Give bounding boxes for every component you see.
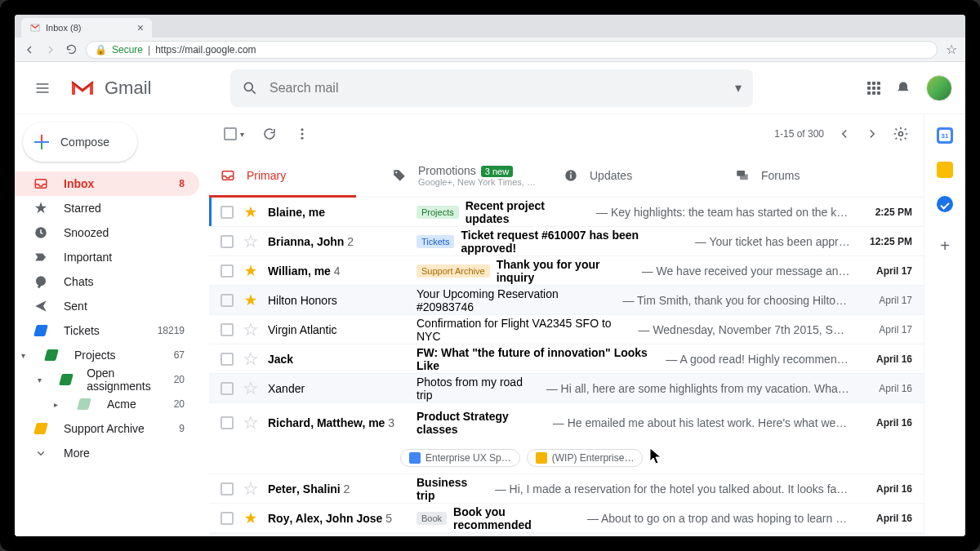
sidebar-item-open-assignments[interactable]: ▾Open assignments20 [15,367,199,392]
browser-tab[interactable]: Inbox (8) × [21,18,152,38]
mail-row[interactable]: Virgin Atlantic Confirmation for Flight … [209,315,924,344]
add-addon-icon[interactable]: + [940,237,950,256]
forum-icon [735,168,750,183]
search-options-icon[interactable]: ▾ [735,80,742,96]
star-icon[interactable] [243,234,258,249]
search-bar[interactable]: ▾ [230,69,753,107]
prev-page-icon[interactable] [837,127,852,141]
row-checkbox[interactable] [220,416,234,429]
settings-icon[interactable] [893,126,909,142]
label-chip[interactable]: Projects [416,206,459,219]
next-page-icon[interactable] [865,127,880,141]
row-checkbox[interactable] [220,235,234,248]
mail-row[interactable]: Peter, Shalini 2 Business tripHi, I made… [209,474,924,504]
info-icon [564,168,578,183]
tab-close-icon[interactable]: × [137,21,144,34]
menu-icon[interactable] [28,73,57,103]
select-all-checkbox[interactable]: ▾ [224,127,244,140]
preview: Hi, I made a reservation for the hotel y… [495,482,850,495]
attachment-chip[interactable]: (WIP) Enterprise… [527,449,644,467]
row-checkbox[interactable] [220,353,234,366]
attachment-chip[interactable]: Enterprise UX Sp… [400,449,520,467]
mail-row[interactable]: Xander Photos from my road tripHi all, h… [209,374,924,403]
tab-subtitle: Google+, New York Times, Pr… [418,177,541,187]
forward-button[interactable] [44,43,57,56]
star-icon[interactable] [243,415,258,430]
account-avatar[interactable] [926,75,952,101]
row-checkbox[interactable] [220,512,234,525]
notifications-icon[interactable] [895,80,911,96]
tab-forums[interactable]: Forums [724,153,895,197]
sidebar-item-snoozed[interactable]: Snoozed [15,220,199,245]
compose-button[interactable]: Compose [23,122,137,162]
tab-updates[interactable]: Updates [552,153,724,197]
bookmark-star-icon[interactable]: ☆ [946,42,957,57]
tab-primary[interactable]: Primary [209,153,381,197]
label-chip[interactable]: Tickets [416,235,454,248]
star-icon[interactable] [243,322,258,337]
mail-row[interactable]: Jack FW: What "the future of innovation"… [209,344,924,374]
sidebar-item-tickets[interactable]: Tickets18219 [15,318,199,343]
slides-icon [536,452,547,464]
apps-icon[interactable] [867,82,880,95]
sidebar-item-support-archive[interactable]: Support Archive9 [15,416,199,441]
sidebar-item-acme[interactable]: ▸Acme20 [15,392,199,416]
sidebar-item-sent[interactable]: Sent [15,294,199,318]
subject: Oops… need to reschedule [416,535,550,537]
preview: About to go on a trop and was hoping to … [587,512,850,525]
sidebar-item-projects[interactable]: ▾Projects67 [15,343,199,367]
timestamp: 12:25 PM [860,236,912,247]
browser-tab-strip: Inbox (8) × [15,15,965,38]
sidebar-item-label: Important [64,251,112,264]
address-bar[interactable]: 🔒 Secure | https://mail.google.com [86,41,938,59]
timestamp: April 16 [860,353,912,365]
mail-row[interactable]: Mizra, Paul, Asher Oops… need to resched… [209,533,924,536]
mail-row[interactable]: Hilton Honors Your Upcoming Reservation … [209,286,924,315]
page-info: 1-15 of 300 [774,128,824,140]
star-icon[interactable] [243,205,258,220]
sidebar-item-more[interactable]: More [15,441,199,465]
star-icon[interactable] [243,264,258,278]
more-actions-icon[interactable] [295,127,310,141]
star-icon[interactable] [243,511,258,526]
sidebar-item-important[interactable]: Important [15,245,199,269]
subject: Product Strategy classes [416,410,546,436]
mail-row[interactable]: William, me 4 Support ArchiveThank you f… [209,256,924,286]
star-icon[interactable] [243,381,258,396]
sidebar-item-chats[interactable]: Chats [15,269,199,294]
tab-promotions[interactable]: Promotions3 newGoogle+, New York Times, … [381,153,552,197]
row-checkbox[interactable] [220,206,234,219]
keep-icon[interactable] [937,162,953,178]
row-checkbox[interactable] [220,294,234,307]
star-icon[interactable] [243,482,258,496]
back-button[interactable] [23,43,36,56]
refresh-button[interactable] [262,127,277,141]
row-checkbox[interactable] [220,264,234,278]
star-icon[interactable] [243,352,258,367]
mail-row[interactable]: Roy, Alex, John Jose 5 BookBook you reco… [209,504,924,533]
reload-button[interactable] [65,43,78,56]
star-icon[interactable] [243,293,258,308]
mail-list: Blaine, me ProjectsRecent project update… [209,198,924,536]
mail-row[interactable]: Brianna, John 2 TicketsTicket request #6… [209,227,924,256]
tasks-icon[interactable] [937,196,953,212]
search-input[interactable] [270,81,724,96]
timestamp: April 17 [860,265,912,277]
calendar-icon[interactable] [937,127,953,144]
timestamp: April 16 [860,483,912,495]
row-checkbox[interactable] [220,382,234,395]
row-checkbox[interactable] [220,323,234,336]
tag-icon [392,168,407,183]
sidebar-item-count: 18219 [158,325,185,336]
row-checkbox[interactable] [220,482,234,495]
label-chip[interactable]: Support Archive [416,264,490,278]
mail-row[interactable]: Richard, Matthew, me 3 Product Strategy … [209,403,924,474]
tab-label: Forums [761,169,800,182]
sidebar-item-starred[interactable]: Starred [15,196,199,220]
sender: Virgin Atlantic [268,323,407,336]
svg-point-13 [570,171,572,173]
sidebar-item-inbox[interactable]: Inbox8 [15,171,199,196]
mail-row[interactable]: Blaine, me ProjectsRecent project update… [209,198,924,227]
label-chip[interactable]: Book [416,512,447,525]
mail-main: ▾ 1-15 of 300 PrimaryPromotions3 newGoog… [209,114,924,536]
